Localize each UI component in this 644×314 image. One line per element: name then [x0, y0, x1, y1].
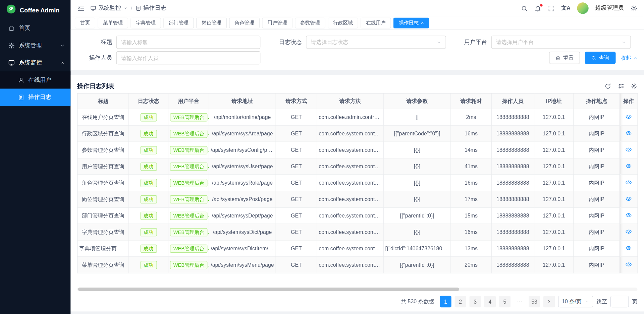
pagination: 共 530 条数据 1 2 3 4 5 — [77, 296, 637, 307]
cell-duration: 16ms — [451, 224, 491, 240]
page-size-value: 10 条/页 — [562, 298, 581, 305]
breadcrumb-item-monitor[interactable]: 系统监控 — [90, 4, 127, 12]
fullscreen-icon[interactable] — [548, 5, 555, 12]
page-number-button[interactable]: 53 — [529, 296, 540, 307]
cell-operator: 18888888888 — [491, 207, 534, 224]
search-button[interactable]: 查询 — [585, 52, 616, 64]
sidebar-menu: 首页 系统管理 系统监控 — [0, 20, 71, 106]
sidebar-item-system-management[interactable]: 系统管理 — [0, 37, 71, 54]
search-icon[interactable] — [521, 5, 528, 12]
platform-filter-select[interactable]: 请选择用户平台 — [491, 36, 631, 49]
notification-bell-icon[interactable] — [534, 5, 541, 12]
status-badge: 成功 — [140, 179, 157, 187]
cell-url: /api/system/sysArea/page — [209, 125, 276, 142]
view-detail-eye-icon[interactable] — [626, 245, 632, 251]
page-number-button[interactable]: 5 — [499, 296, 511, 307]
collapse-sidebar-icon[interactable] — [77, 4, 85, 12]
table-header-row: 标题 日志状态 用户平台 请求地址 请求方式 请求方法 请求参数 请求耗时 操作… — [77, 93, 638, 109]
title-filter-input[interactable] — [116, 36, 261, 49]
cell-duration: 20ms — [451, 257, 491, 273]
view-detail-eye-icon[interactable] — [626, 146, 632, 152]
page-number-button[interactable]: 1 — [440, 296, 451, 307]
view-detail-eye-icon[interactable] — [626, 228, 632, 234]
cell-title: 菜单管理分页查询 — [77, 257, 129, 273]
page-tab[interactable]: 角色管理 — [229, 18, 260, 28]
status-filter-select[interactable]: 请选择日志状态 — [306, 36, 446, 49]
table-row: 部门管理分页查询 成功 WEB管理后台 /api/system/sysDept/… — [77, 207, 638, 224]
view-detail-eye-icon[interactable] — [626, 130, 632, 136]
view-detail-eye-icon[interactable] — [626, 114, 632, 120]
cell-status: 成功 — [129, 257, 168, 273]
cell-status: 成功 — [129, 142, 168, 158]
page-tab[interactable]: 部门管理 — [163, 18, 194, 28]
view-detail-eye-icon[interactable] — [626, 212, 632, 218]
cell-operator: 18888888888 — [491, 175, 534, 191]
cell-location: 内网IP — [574, 109, 620, 125]
cell-platform: WEB管理后台 — [168, 257, 209, 273]
chevron-up-icon — [60, 60, 65, 65]
cell-title: 部门管理分页查询 — [77, 207, 129, 224]
breadcrumb: 系统监控 / 操作日志 — [90, 4, 166, 12]
language-switch-icon[interactable]: 文A — [561, 4, 570, 12]
page-size-select[interactable]: 10 条/页 — [558, 296, 593, 307]
sidebar-item-system-monitor[interactable]: 系统监控 — [0, 54, 71, 71]
reset-button[interactable]: 重置 — [549, 52, 580, 64]
reset-button-label: 重置 — [563, 54, 574, 62]
operator-filter-input[interactable] — [116, 51, 261, 64]
horizontal-scrollbar[interactable] — [77, 288, 637, 291]
row-height-icon[interactable] — [618, 83, 625, 89]
cell-actions — [620, 191, 638, 207]
page-tab[interactable]: 菜单管理 — [98, 18, 128, 28]
cell-operator: 18888888888 — [491, 224, 534, 240]
collapse-filters-link[interactable]: 收起 — [621, 54, 637, 62]
page-tab[interactable]: 操作日志 × — [393, 18, 429, 28]
status-badge: 成功 — [140, 261, 157, 269]
page-tab[interactable]: 行政区域 — [328, 18, 358, 28]
notification-badge — [540, 4, 542, 6]
cell-params: [{}] — [383, 175, 451, 191]
cell-method-type: GET — [276, 109, 317, 125]
scrollbar-thumb[interactable] — [78, 288, 459, 291]
cell-location: 内网IP — [574, 240, 620, 257]
cell-operator: 18888888888 — [491, 142, 534, 158]
view-detail-eye-icon[interactable] — [626, 179, 632, 185]
monitor-icon — [8, 60, 15, 66]
avatar[interactable] — [577, 2, 588, 14]
cell-platform: WEB管理后台 — [168, 175, 209, 191]
settings-gear-icon[interactable] — [631, 5, 638, 12]
cell-operator: 18888888888 — [491, 109, 534, 125]
sidebar-item-online-users[interactable]: 在线用户 — [0, 71, 71, 88]
view-detail-eye-icon[interactable] — [626, 195, 632, 201]
col-header-url: 请求地址 — [209, 93, 276, 109]
status-badge: 成功 — [140, 228, 157, 236]
username[interactable]: 超级管理员 — [595, 4, 624, 12]
cell-duration: 41ms — [451, 158, 491, 175]
page-number-button[interactable]: 3 — [470, 296, 481, 307]
view-detail-eye-icon[interactable] — [626, 261, 632, 267]
platform-badge: WEB管理后台 — [170, 146, 208, 154]
page-tab[interactable]: 参数管理 — [295, 18, 325, 28]
cell-platform: WEB管理后台 — [168, 158, 209, 175]
jump-page-input[interactable] — [610, 296, 629, 307]
sidebar-item-home[interactable]: 首页 — [0, 20, 71, 37]
cell-actions — [620, 125, 638, 142]
page-number-button[interactable]: 2 — [455, 296, 466, 307]
page-tab[interactable]: 首页 — [75, 18, 95, 28]
page-tab[interactable]: 字典管理 — [130, 18, 161, 28]
column-settings-gear-icon[interactable] — [631, 83, 638, 89]
page-tab[interactable]: 用户管理 — [262, 18, 292, 28]
page-number-button[interactable]: ··· — [514, 296, 525, 307]
page-tab[interactable]: 在线用户 — [361, 18, 391, 28]
refresh-table-icon[interactable] — [604, 83, 611, 89]
sidebar-item-operation-log[interactable]: 操作日志 — [0, 88, 71, 106]
tab-close-icon[interactable]: × — [421, 20, 424, 25]
log-list-card: 操作日志列表 — [71, 75, 644, 311]
cell-method: com.coffee.system.controlle... — [317, 175, 383, 191]
view-detail-eye-icon[interactable] — [626, 163, 632, 169]
page-tab[interactable]: 岗位管理 — [196, 18, 227, 28]
select-placeholder: 请选择用户平台 — [496, 39, 533, 46]
collapse-link-label: 收起 — [621, 54, 631, 62]
page-number-button[interactable]: 4 — [484, 296, 496, 307]
next-page-button[interactable] — [543, 296, 555, 307]
cell-params: [{}] — [383, 191, 451, 207]
